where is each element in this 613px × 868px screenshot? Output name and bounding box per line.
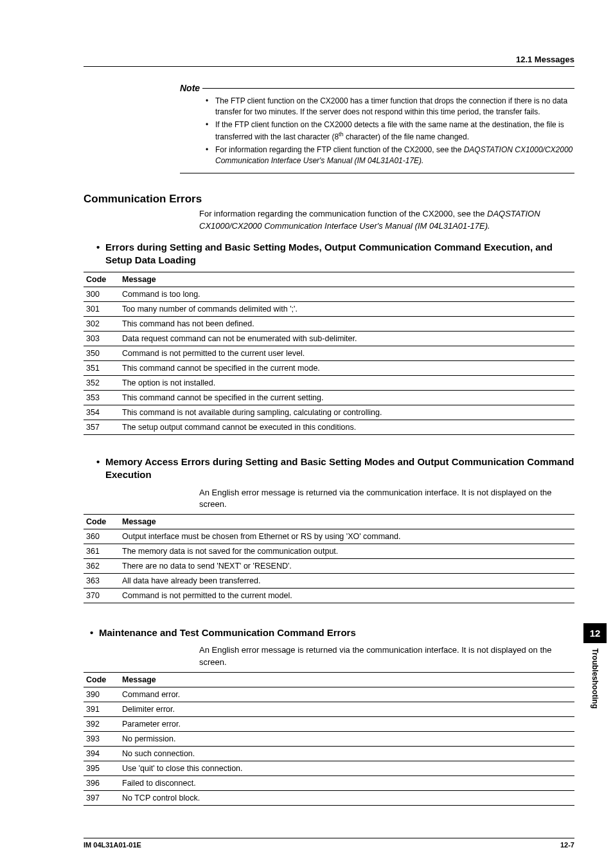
cell-msg: The setup output command cannot be execu… — [120, 420, 574, 435]
cell-code: 392 — [84, 716, 120, 731]
note-rule-bottom — [180, 173, 574, 173]
page-footer: IM 04L31A01-01E 12-7 — [84, 838, 574, 849]
section-label: 12.1 Messages — [516, 55, 574, 64]
communication-errors-intro: For information regarding the communicat… — [199, 208, 574, 231]
table-row: 392Parameter error. — [84, 716, 574, 731]
cell-code: 301 — [84, 302, 120, 317]
communication-errors-heading: Communication Errors — [84, 193, 574, 206]
cell-msg: Too many number of commands delimited wi… — [120, 302, 574, 317]
note-text: The FTP client function on the CX2000 ha… — [215, 96, 567, 116]
cell-code: 362 — [84, 559, 120, 574]
table-row: 370Command is not permitted to the curre… — [84, 589, 574, 603]
cell-code: 302 — [84, 317, 120, 332]
table-row: 357The setup output command cannot be ex… — [84, 420, 574, 435]
cell-msg: This command is not available during sam… — [120, 405, 574, 420]
note-rule-top — [202, 88, 574, 89]
table-row: 302This command has not been defined. — [84, 317, 574, 332]
cell-msg: The option is not installed. — [120, 376, 574, 391]
table-row: 390Command error. — [84, 687, 574, 702]
note-list: The FTP client function on the CX2000 ha… — [180, 93, 574, 172]
cell-msg: This command cannot be specified in the … — [120, 361, 574, 376]
table-row: 351This command cannot be specified in t… — [84, 361, 574, 376]
footer-left: IM 04L31A01-01E — [84, 841, 141, 849]
cell-code: 360 — [84, 529, 120, 544]
col-code: Code — [84, 515, 120, 529]
note-block: Note The FTP client function on the CX20… — [180, 83, 574, 173]
cell-code: 393 — [84, 731, 120, 746]
table-row: 394No such connection. — [84, 746, 574, 761]
cell-msg: Command error. — [120, 687, 574, 702]
cell-msg: There are no data to send 'NEXT' or 'RES… — [120, 559, 574, 574]
col-code: Code — [84, 672, 120, 687]
note-item: If the FTP client function on the CX2000… — [206, 120, 574, 143]
cell-code: 394 — [84, 746, 120, 761]
table-row: 300Command is too long. — [84, 287, 574, 302]
cell-code: 354 — [84, 405, 120, 420]
note-item: For information regarding the FTP client… — [206, 145, 574, 167]
table-row: 395Use 'quit' to close this connection. — [84, 761, 574, 775]
cell-msg: The memory data is not saved for the com… — [120, 544, 574, 559]
cell-msg: No permission. — [120, 731, 574, 746]
table-row: 363All data have already been transferre… — [84, 574, 574, 589]
cell-code: 370 — [84, 589, 120, 603]
cell-msg: No TCP control block. — [120, 790, 574, 805]
cell-code: 397 — [84, 790, 120, 805]
cell-code: 396 — [84, 775, 120, 790]
table-row: 353This command cannot be specified in t… — [84, 391, 574, 405]
cell-msg: This command has not been defined. — [120, 317, 574, 332]
table-row: 303Data request command can not be enume… — [84, 332, 574, 346]
table-row: 350Command is not permitted to the curre… — [84, 346, 574, 361]
cell-msg: Command is not permitted to the current … — [120, 346, 574, 361]
section1-heading: Errors during Setting and Basic Setting … — [96, 241, 574, 267]
section2-intro: An English error message is returned via… — [199, 487, 574, 510]
cell-msg: Data request command can not be enumerat… — [120, 332, 574, 346]
table-row: 352The option is not installed. — [84, 376, 574, 391]
cell-msg: Failed to disconnect. — [120, 775, 574, 790]
cell-msg: Output interface must be chosen from Eth… — [120, 529, 574, 544]
cell-code: 391 — [84, 702, 120, 716]
cell-code: 363 — [84, 574, 120, 589]
section1-table: Code Message 300Command is too long. 301… — [84, 272, 574, 435]
cell-msg: Command is not permitted to the current … — [120, 589, 574, 603]
table-row: 301Too many number of commands delimited… — [84, 302, 574, 317]
col-message: Message — [120, 672, 574, 687]
cell-msg: This command cannot be specified in the … — [120, 391, 574, 405]
chapter-label: Troubleshooting — [591, 648, 600, 709]
cell-code: 351 — [84, 361, 120, 376]
section2-heading: Memory Access Errors during Setting and … — [96, 456, 574, 482]
cell-code: 350 — [84, 346, 120, 361]
section3-table: Code Message 390Command error. 391Delimi… — [84, 672, 574, 806]
cell-code: 303 — [84, 332, 120, 346]
cell-code: 353 — [84, 391, 120, 405]
table-row: 354This command is not available during … — [84, 405, 574, 420]
section3-intro: An English error message is returned via… — [199, 644, 574, 668]
table-row: 360Output interface must be chosen from … — [84, 529, 574, 544]
cell-msg: Parameter error. — [120, 716, 574, 731]
cell-code: 357 — [84, 420, 120, 435]
col-code: Code — [84, 272, 120, 287]
cell-code: 395 — [84, 761, 120, 775]
col-message: Message — [120, 272, 574, 287]
footer-right: 12-7 — [560, 841, 574, 849]
table-row: 361The memory data is not saved for the … — [84, 544, 574, 559]
note-title: Note — [180, 83, 202, 93]
cell-msg: Command is too long. — [120, 287, 574, 302]
cell-code: 390 — [84, 687, 120, 702]
cell-msg: No such connection. — [120, 746, 574, 761]
table-row: 396Failed to disconnect. — [84, 775, 574, 790]
page-header: 12.1 Messages — [84, 55, 574, 67]
table-row: 393No permission. — [84, 731, 574, 746]
chapter-number: 12 — [583, 623, 607, 643]
cell-msg: All data have already been transferred. — [120, 574, 574, 589]
cell-msg: Use 'quit' to close this connection. — [120, 761, 574, 775]
section2-table: Code Message 360Output interface must be… — [84, 514, 574, 603]
table-row: 397No TCP control block. — [84, 790, 574, 805]
cell-code: 300 — [84, 287, 120, 302]
note-item: The FTP client function on the CX2000 ha… — [206, 96, 574, 118]
cell-msg: Delimiter error. — [120, 702, 574, 716]
col-message: Message — [120, 515, 574, 529]
table-row: 391Delimiter error. — [84, 702, 574, 716]
table-row: 362There are no data to send 'NEXT' or '… — [84, 559, 574, 574]
intro-plain: For information regarding the communicat… — [199, 209, 487, 218]
chapter-tab: 12 Troubleshooting — [583, 623, 607, 709]
